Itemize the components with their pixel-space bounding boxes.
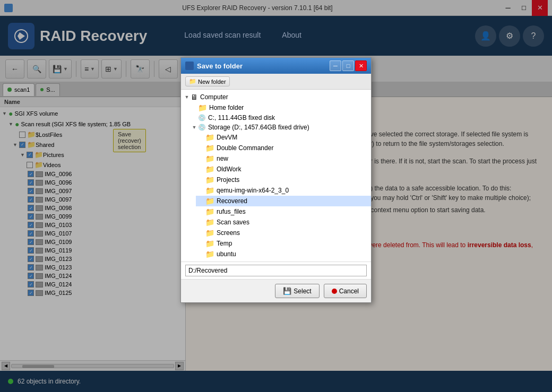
tree-item-label: Screens <box>217 229 240 237</box>
new-folder-label: New folder <box>198 79 226 85</box>
tree-item-new[interactable]: 📁 new <box>196 153 371 164</box>
dialog-controls: ─ □ ✕ <box>330 60 367 71</box>
tree-item-label: new <box>217 155 228 162</box>
tree-item-d-drive[interactable]: ▼ 💿 Storage (D:, 1457.64GB fixed drive) <box>188 123 371 132</box>
dialog-minimize-button[interactable]: ─ <box>330 60 341 71</box>
tree-item-label: Storage (D:, 1457.64GB fixed drive) <box>208 124 309 131</box>
tree-item-rufus[interactable]: 📁 rufus_files <box>196 206 371 217</box>
dialog-toolbar: 📁 New folder <box>181 74 371 90</box>
dialog-path-bar <box>181 262 371 280</box>
tree-item-ubuntu[interactable]: 📁 ubuntu <box>196 249 371 259</box>
path-input[interactable] <box>185 265 367 276</box>
tree-item-label: Recovered <box>217 197 247 205</box>
folder-icon: 📁 <box>205 207 214 216</box>
select-label: Select <box>294 288 311 295</box>
folder-icon: 📁 <box>205 218 214 227</box>
folder-icon: 📁 <box>205 229 214 237</box>
tree-item-computer[interactable]: ▼ 🖥 Computer <box>181 92 371 102</box>
tree-item-label: qemu-img-win-x64-2_3_0 <box>217 187 289 194</box>
dialog-buttons: 💾 Select Cancel <box>181 280 371 302</box>
tree-item-c-drive[interactable]: 💿 C:, 111.44GB fixed disk <box>188 113 371 123</box>
tree-item-label: DevVM <box>217 134 237 141</box>
tree-item-label: ubuntu <box>217 250 236 258</box>
tree-item-label: rufus_files <box>217 208 246 215</box>
tree-item-devvm[interactable]: 📁 DevVM <box>196 132 371 143</box>
tree-item-label: Projects <box>217 176 239 184</box>
dialog-close-button[interactable]: ✕ <box>355 60 367 71</box>
folder-icon: 📁 <box>205 144 214 152</box>
cancel-dot <box>332 289 337 294</box>
folder-icon: 📁 <box>205 250 214 258</box>
expand-icon: ▼ <box>183 94 191 100</box>
tree-item-oldwork[interactable]: 📁 OldWork <box>196 164 371 175</box>
folder-icon: 📁 <box>205 165 214 173</box>
tree-item-qemu[interactable]: 📁 qemu-img-win-x64-2_3_0 <box>196 185 371 196</box>
folder-icon: 📁 <box>198 103 207 112</box>
dialog-title-text: Save to folder <box>197 62 243 70</box>
folder-icon: 📁 <box>205 154 214 163</box>
tree-item-label: Double Commander <box>217 144 273 152</box>
folder-icon: 📁 <box>205 176 214 184</box>
drive-icon: 💿 <box>198 114 206 121</box>
tree-item-label: Computer <box>200 93 228 101</box>
tree-item-recovered[interactable]: 📁 Recovered <box>196 196 371 206</box>
tree-item-label: C:, 111.44GB fixed disk <box>208 114 275 121</box>
tree-item-label: Home folder <box>209 104 244 111</box>
dialog-app-icon <box>185 62 194 70</box>
tree-item-projects[interactable]: 📁 Projects <box>196 175 371 185</box>
folder-icon: 📁 <box>205 186 214 195</box>
tree-item-screens[interactable]: 📁 Screens <box>196 228 371 238</box>
folder-plus-icon: 📁 <box>189 78 196 85</box>
tree-item-double-commander[interactable]: 📁 Double Commander <box>196 143 371 153</box>
dialog-titlebar: Save to folder ─ □ ✕ <box>181 58 371 74</box>
expand-icon: ▼ <box>191 125 198 130</box>
dialog-overlay: Save to folder ─ □ ✕ 📁 New folder ▼ 🖥 Co… <box>0 0 552 392</box>
computer-icon: 🖥 <box>191 93 198 101</box>
tree-item-home[interactable]: 📁 Home folder <box>188 102 371 113</box>
folder-icon: 📁 <box>205 197 214 205</box>
tree-item-label: Temp <box>217 240 232 247</box>
folder-icon: 📁 <box>205 133 214 142</box>
dialog-maximize-button[interactable]: □ <box>342 60 354 71</box>
cancel-button[interactable]: Cancel <box>324 284 367 298</box>
new-folder-button[interactable]: 📁 New folder <box>185 76 230 86</box>
cancel-label: Cancel <box>339 288 359 295</box>
dialog-tree[interactable]: ▼ 🖥 Computer 📁 Home folder 💿 C:, 111.44G… <box>181 90 371 262</box>
select-button[interactable]: 💾 Select <box>275 284 319 298</box>
tree-item-label: OldWork <box>217 165 241 173</box>
tree-item-temp[interactable]: 📁 Temp <box>196 238 371 249</box>
tree-item-label: Scan saves <box>217 219 249 226</box>
save-dialog: Save to folder ─ □ ✕ 📁 New folder ▼ 🖥 Co… <box>180 57 372 303</box>
folder-icon: 📁 <box>205 239 214 248</box>
tree-item-scan-saves[interactable]: 📁 Scan saves <box>196 217 371 228</box>
dialog-title-left: Save to folder <box>185 62 243 70</box>
drive-icon: 💿 <box>198 124 206 131</box>
select-icon: 💾 <box>283 287 291 295</box>
